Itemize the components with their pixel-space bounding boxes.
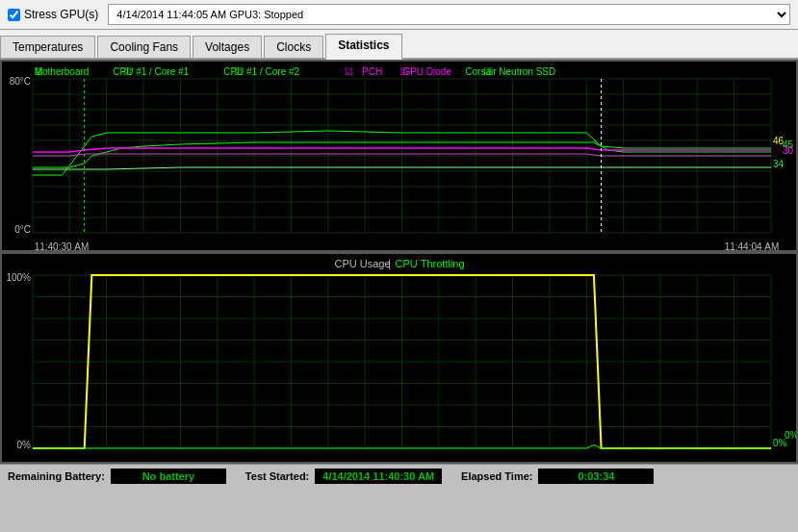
remaining-battery-item: Remaining Battery: No battery	[8, 469, 226, 484]
temperature-chart	[0, 60, 798, 252]
top-bar: Stress GPU(s) 4/14/2014 11:44:05 AM GPU3…	[0, 0, 798, 30]
elapsed-time-label: Elapsed Time:	[461, 470, 532, 482]
bottom-bar: Remaining Battery: No battery Test Start…	[0, 464, 798, 488]
remaining-battery-value: No battery	[111, 469, 226, 484]
log-dropdown[interactable]: 4/14/2014 11:44:05 AM GPU3: Stopped	[108, 4, 790, 25]
elapsed-time-item: Elapsed Time: 0:03:34	[461, 469, 654, 484]
elapsed-time-value: 0:03:34	[538, 469, 654, 484]
tab-voltages[interactable]: Voltages	[193, 36, 262, 58]
test-started-item: Test Started: 4/14/2014 11:40:30 AM	[245, 469, 442, 484]
tab-temperatures[interactable]: Temperatures	[0, 36, 95, 58]
remaining-battery-label: Remaining Battery:	[8, 470, 105, 482]
tab-statistics[interactable]: Statistics	[325, 34, 401, 60]
tab-cooling-fans[interactable]: Cooling Fans	[97, 36, 191, 58]
cpu-chart	[0, 252, 798, 464]
tabs-row: Temperatures Cooling Fans Voltages Clock…	[0, 30, 798, 60]
test-started-value: 4/14/2014 11:40:30 AM	[315, 469, 442, 484]
stress-gpu-control[interactable]: Stress GPU(s)	[8, 8, 98, 21]
test-started-label: Test Started:	[245, 470, 309, 482]
stress-gpu-checkbox[interactable]	[8, 9, 20, 21]
tab-clocks[interactable]: Clocks	[264, 36, 323, 58]
stress-gpu-label: Stress GPU(s)	[24, 8, 98, 21]
